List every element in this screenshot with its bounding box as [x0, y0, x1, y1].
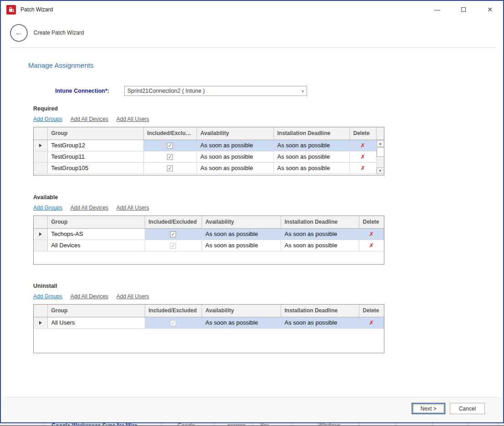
available-add-all-users-link[interactable]: Add All Users — [116, 205, 149, 211]
required-add-all-devices-link[interactable]: Add All Devices — [71, 116, 108, 122]
row-selector[interactable] — [34, 140, 47, 151]
delete-cell[interactable]: ✗ — [359, 240, 384, 251]
column-header-deadline: Installation Deadline — [281, 305, 359, 317]
availability-cell[interactable]: As soon as possible — [197, 151, 273, 162]
check-icon: ✓ — [171, 321, 175, 326]
deadline-cell[interactable]: As soon as possible — [273, 162, 349, 174]
delete-x-icon[interactable]: ✗ — [360, 165, 365, 171]
column-header-deadline: Installation Deadline — [281, 216, 359, 228]
row-arrow-icon — [39, 144, 42, 147]
group-cell[interactable]: TestGroup12 — [47, 140, 143, 151]
row-arrow-icon — [39, 321, 42, 325]
row-selector[interactable] — [34, 151, 47, 162]
maximize-icon — [461, 7, 466, 12]
included-cell[interactable]: ✓ — [143, 140, 197, 151]
available-assignments-table: Group Included/Excluded Availability Ins… — [33, 216, 384, 265]
wizard-header: ← Create Patch Wizard — [1, 18, 503, 47]
deadline-cell[interactable]: As soon as possible — [281, 228, 359, 240]
delete-cell[interactable]: ✗ — [359, 317, 384, 328]
group-cell[interactable]: Techops-AS — [47, 228, 145, 240]
included-cell[interactable]: ✓ — [145, 240, 202, 251]
row-selector[interactable] — [34, 317, 47, 328]
required-add-groups-link[interactable]: Add Groups — [33, 116, 62, 122]
column-header-group: Group — [47, 127, 143, 140]
required-add-all-users-link[interactable]: Add All Users — [116, 116, 149, 122]
cancel-button-label: Cancel — [459, 406, 476, 412]
available-add-groups-link[interactable]: Add Groups — [33, 205, 62, 211]
uninstall-add-groups-link[interactable]: Add Groups — [33, 293, 62, 300]
patch-wizard-window: Patch Wizard — ✕ ← Create Patch Wizard M… — [0, 0, 504, 423]
intune-connection-value: Sprint21Connection2 ( Intune ) — [127, 88, 205, 94]
included-cell[interactable]: ✓ — [143, 162, 197, 174]
deadline-cell[interactable]: As soon as possible — [281, 240, 359, 251]
delete-x-icon[interactable]: ✗ — [369, 231, 373, 237]
delete-x-icon[interactable]: ✗ — [360, 142, 365, 149]
column-header-availability: Availability — [202, 216, 281, 228]
next-button-label: Next > — [420, 406, 436, 412]
delete-cell[interactable]: ✗ — [349, 151, 376, 162]
close-button[interactable]: ✕ — [477, 1, 503, 18]
included-checkbox[interactable]: ✓ — [167, 143, 173, 149]
column-header-group: Group — [47, 305, 145, 317]
uninstall-add-all-users-link[interactable]: Add All Users — [116, 293, 149, 300]
row-selector-header — [34, 127, 47, 140]
scrollbar-header — [376, 127, 384, 140]
row-selector[interactable] — [34, 162, 47, 174]
availability-cell[interactable]: As soon as possible — [197, 140, 273, 151]
included-cell[interactable]: ✓ — [143, 151, 197, 162]
vertical-scrollbar[interactable]: ▲ ▼ — [376, 140, 384, 174]
minimize-button[interactable]: — — [424, 1, 450, 18]
delete-x-icon[interactable]: ✗ — [369, 320, 373, 326]
arrow-left-icon: ← — [15, 28, 23, 38]
availability-cell[interactable]: As soon as possible — [197, 162, 273, 174]
delete-x-icon[interactable]: ✗ — [360, 154, 365, 160]
scroll-down-button[interactable]: ▼ — [377, 167, 384, 174]
column-header-availability: Availability — [197, 127, 273, 140]
group-cell[interactable]: All Users — [47, 317, 145, 328]
column-header-deadline: Installation Deadline — [273, 127, 349, 140]
maximize-button[interactable] — [450, 1, 477, 18]
availability-cell[interactable]: As soon as possible — [202, 240, 281, 251]
minimize-icon: — — [434, 6, 440, 13]
column-header-delete: Delete — [359, 305, 384, 317]
check-icon: ✓ — [168, 155, 172, 160]
included-checkbox[interactable]: ✓ — [167, 165, 173, 171]
group-cell[interactable]: All Devices — [47, 240, 145, 251]
group-cell[interactable]: TestGroup11 — [47, 151, 143, 162]
cancel-button[interactable]: Cancel — [450, 403, 485, 414]
availability-cell[interactable]: As soon as possible — [202, 317, 281, 328]
section-required: Required Add Groups Add All Devices Add … — [33, 105, 503, 175]
delete-cell[interactable]: ✗ — [359, 228, 384, 240]
included-checkbox-disabled: ✓ — [170, 243, 176, 249]
group-cell[interactable]: TestGroup105 — [47, 162, 143, 174]
included-checkbox[interactable]: ✓ — [167, 154, 173, 160]
back-button[interactable]: ← — [10, 24, 28, 42]
included-cell[interactable]: ✓ — [145, 228, 202, 240]
deadline-cell[interactable]: As soon as possible — [281, 317, 359, 328]
intune-connection-select[interactable]: Sprint21Connection2 ( Intune ) ▾ — [124, 86, 307, 96]
scroll-up-button[interactable]: ▲ — [377, 140, 384, 147]
row-selector[interactable] — [34, 240, 47, 251]
deadline-cell[interactable]: As soon as possible — [273, 151, 349, 162]
scroll-track[interactable] — [377, 157, 384, 167]
page-title: Manage Assignments — [28, 61, 503, 69]
uninstall-add-all-devices-link[interactable]: Add All Devices — [71, 293, 108, 300]
included-checkbox-disabled: ✓ — [170, 320, 176, 326]
delete-x-icon[interactable]: ✗ — [369, 242, 373, 249]
delete-cell[interactable]: ✗ — [349, 162, 376, 174]
scroll-thumb[interactable] — [377, 147, 384, 157]
included-cell[interactable]: ✓ — [145, 317, 202, 328]
background-row-link: Google Workspace Sync for Micr... — [51, 423, 141, 426]
included-checkbox[interactable]: ✓ — [170, 231, 176, 237]
background-row-cell: nsrccre — [227, 423, 245, 426]
delete-cell[interactable]: ✗ — [349, 140, 376, 151]
check-icon: ✓ — [168, 166, 172, 171]
row-selector[interactable] — [34, 228, 47, 240]
wizard-step-title: Create Patch Wizard — [34, 30, 84, 36]
availability-cell[interactable]: As soon as possible — [202, 228, 281, 240]
available-add-all-devices-link[interactable]: Add All Devices — [71, 205, 108, 211]
background-row-cell: Windows... — [318, 423, 345, 426]
next-button[interactable]: Next > — [412, 403, 445, 414]
deadline-cell[interactable]: As soon as possible — [273, 140, 349, 151]
section-available: Available Add Groups Add All Devices Add… — [33, 194, 503, 265]
